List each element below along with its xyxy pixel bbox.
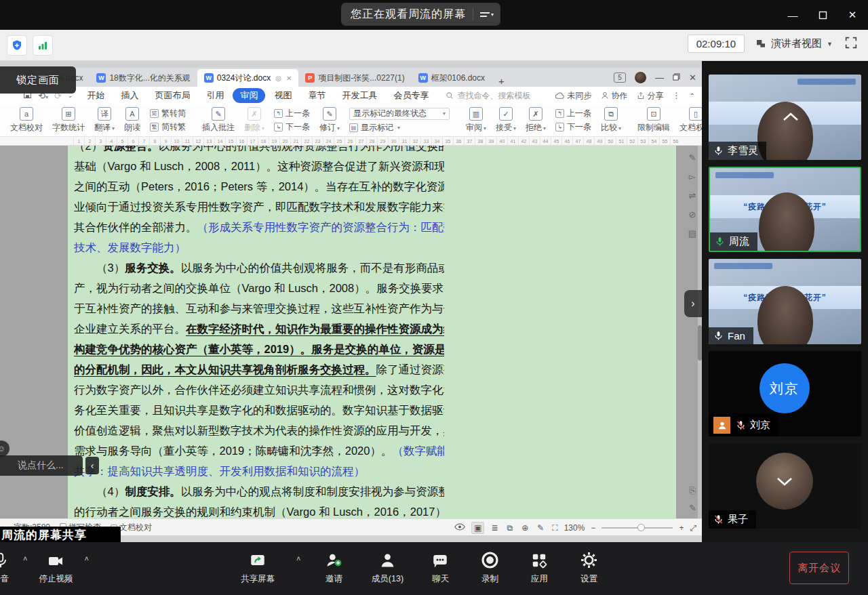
select-cursor-icon[interactable]: ▻ bbox=[689, 171, 696, 182]
wps-menu-2[interactable]: 页面布局 bbox=[147, 88, 197, 103]
wps-menu-7[interactable]: 开发工具 bbox=[334, 88, 384, 103]
ribbon-繁转简[interactable]: 简繁转简 bbox=[150, 108, 186, 119]
command-search[interactable]: 查找命令、搜索模板 bbox=[446, 90, 530, 102]
zoom-slider[interactable] bbox=[601, 527, 673, 529]
mic-options-chevron[interactable]: ˄ bbox=[23, 554, 27, 562]
ribbon-显示标记的最终状态[interactable]: 显示标记的最终状态▾ bbox=[349, 108, 450, 120]
wps-close-button[interactable]: ✕ bbox=[689, 73, 696, 83]
document-tab[interactable]: W框架0106.docx bbox=[412, 69, 492, 87]
ribbon-朗读[interactable]: A朗读 bbox=[119, 107, 145, 134]
wps-minimize-button[interactable]: — bbox=[655, 73, 664, 83]
tab-list-button[interactable]: 5 bbox=[614, 73, 626, 83]
ribbon-比较[interactable]: ⧉比较▾ bbox=[596, 107, 626, 134]
ink-icon[interactable]: ✎ bbox=[535, 522, 546, 533]
fit-page-icon[interactable]: ⛶ bbox=[552, 523, 557, 533]
ribbon-上一条[interactable]: ↰上一条 bbox=[274, 108, 310, 119]
wps-menu-3[interactable]: 引用 bbox=[199, 88, 231, 103]
pin-tab-icon[interactable]: ◎ bbox=[275, 75, 281, 82]
zoom-out-button[interactable]: − bbox=[591, 523, 595, 533]
wps-menu-1[interactable]: 插入 bbox=[113, 88, 146, 103]
wps-menu-8[interactable]: 会员专享 bbox=[386, 88, 436, 103]
collapse-videos-icon[interactable] bbox=[782, 112, 800, 125]
chat-input[interactable]: ☺ 说点什么... bbox=[0, 455, 83, 476]
collapse-ribbon-icon[interactable]: ⌃ bbox=[690, 92, 695, 100]
zoom-slider-thumb[interactable] bbox=[637, 524, 645, 531]
screen-watch-banner[interactable]: 您正在观看周流的屏幕 ▾ bbox=[341, 3, 500, 26]
share-screen-button[interactable]: 共享屏幕 bbox=[233, 550, 282, 585]
help-icon[interactable]: ⊘ bbox=[688, 209, 696, 220]
apps-button[interactable]: 应用 bbox=[521, 550, 557, 585]
zoom-in-button[interactable]: + bbox=[679, 523, 684, 533]
zoom-level[interactable]: 130% bbox=[564, 523, 585, 533]
wps-menu-0[interactable]: 开始 bbox=[79, 88, 112, 103]
chat-button[interactable]: 聊天 bbox=[422, 550, 458, 585]
leave-meeting-button[interactable]: 离开会议 bbox=[789, 552, 849, 584]
ribbon-简转繁[interactable]: 繁简转繁 bbox=[150, 121, 186, 133]
adjust-icon[interactable]: ⇌ bbox=[688, 190, 696, 201]
expand-panel-handle[interactable]: › bbox=[684, 290, 702, 317]
ribbon-下一条[interactable]: ↳下一条 bbox=[555, 121, 591, 133]
wps-fullscreen-icon[interactable]: ⤢ bbox=[690, 523, 696, 533]
collaborate-button[interactable]: 协作 bbox=[601, 90, 628, 102]
document-tab[interactable]: W0324讨论.docx◎✕ bbox=[197, 69, 299, 87]
ribbon-文档权限[interactable]: ▯文档权限 bbox=[675, 107, 702, 134]
outline-view-icon[interactable]: ≣ bbox=[489, 522, 500, 533]
network-stats-button[interactable] bbox=[33, 35, 53, 56]
ribbon-限制编辑[interactable]: ⊡限制编辑 bbox=[633, 107, 675, 134]
mute-button[interactable]: 静音 bbox=[0, 550, 22, 585]
ribbon-插入批注[interactable]: ✎插入批注 bbox=[197, 107, 239, 134]
participant-tile[interactable]: “疫路同行 静待花开” Fan bbox=[709, 259, 861, 344]
invite-button[interactable]: 邀请 bbox=[315, 550, 353, 585]
security-button[interactable] bbox=[7, 35, 27, 56]
participant-tile[interactable]: 李雪灵 bbox=[709, 75, 861, 160]
pen-icon[interactable]: ✎ bbox=[689, 503, 696, 513]
ribbon-修订[interactable]: ✎修订▾ bbox=[315, 107, 344, 134]
web-view-icon[interactable]: ⊕ bbox=[519, 522, 530, 533]
close-tab-icon[interactable]: ✕ bbox=[286, 75, 292, 82]
page-view-icon[interactable]: ▣ bbox=[471, 522, 484, 534]
account-avatar[interactable] bbox=[635, 72, 646, 83]
record-button[interactable]: 录制 bbox=[471, 550, 508, 585]
page-icon[interactable]: ⎘ bbox=[689, 485, 696, 496]
ribbon-上一条[interactable]: ↰上一条 bbox=[555, 108, 591, 119]
wps-restore-button[interactable] bbox=[673, 73, 680, 83]
ribbon-拒绝[interactable]: ✗拒绝▾ bbox=[521, 107, 551, 134]
banner-menu-icon[interactable]: ▾ bbox=[480, 12, 494, 18]
share-doc-button[interactable]: 分享 bbox=[637, 90, 664, 102]
edit-pen-icon[interactable]: ✎ bbox=[688, 152, 696, 163]
eye-protect-icon[interactable] bbox=[454, 523, 465, 533]
maximize-button[interactable] bbox=[812, 5, 833, 25]
document-canvas[interactable]: （2）资源整合。以服务为中心的价值共创观将资源整合行为作为价值交换的基础（Var… bbox=[0, 146, 702, 518]
wps-menu-5[interactable]: 视图 bbox=[267, 88, 299, 103]
minimize-button[interactable]: — bbox=[783, 5, 803, 25]
video-options-chevron[interactable]: ˄ bbox=[84, 554, 88, 562]
book-view-icon[interactable]: ⧉ bbox=[505, 522, 515, 533]
ribbon-删除[interactable]: ✗删除▾ bbox=[239, 107, 269, 134]
ribbon-字数统计[interactable]: ⊞字数统计 bbox=[47, 107, 90, 134]
lock-screen-overlay[interactable]: 锁定画面 bbox=[0, 66, 76, 94]
fullscreen-button[interactable] bbox=[844, 35, 859, 53]
stop-video-button[interactable]: 停止视频 bbox=[28, 550, 83, 585]
scroll-more-icon[interactable] bbox=[775, 476, 794, 489]
ribbon-审阅[interactable]: ▥审阅▾ bbox=[461, 107, 491, 134]
notes-icon[interactable]: ▤ bbox=[688, 228, 696, 239]
participant-tile[interactable]: 刘京 刘京 bbox=[709, 351, 861, 436]
wps-menu-6[interactable]: 章节 bbox=[300, 88, 333, 103]
collapse-chat-icon[interactable]: ‹ bbox=[85, 457, 99, 474]
view-mode-select[interactable]: 演讲者视图 ▼ bbox=[755, 37, 833, 50]
ribbon-翻译[interactable]: 译翻译▾ bbox=[90, 107, 119, 134]
ribbon-接受[interactable]: ✓接受▾ bbox=[491, 107, 521, 134]
participant-tile-active-speaker[interactable]: “疫路同行 静待花开” 周流 bbox=[709, 167, 861, 252]
new-tab-button[interactable]: + bbox=[492, 75, 511, 87]
more-options-icon[interactable]: ⋮ bbox=[673, 91, 681, 100]
share-options-chevron[interactable]: ˄ bbox=[296, 554, 300, 562]
ribbon-显示标记[interactable]: ▤显示标记▾ bbox=[349, 122, 450, 134]
ribbon-文档校对[interactable]: a文档校对 bbox=[5, 107, 47, 134]
document-page[interactable]: （2）资源整合。以服务为中心的价值共创观将资源整合行为作为价值交换的基础（Var… bbox=[68, 146, 676, 518]
close-button[interactable]: ✕ bbox=[842, 5, 863, 25]
document-tab[interactable]: W18数字化...化的关系观 bbox=[90, 69, 197, 87]
sync-status[interactable]: 未同步 bbox=[555, 90, 592, 102]
settings-button[interactable]: 设置 bbox=[570, 550, 607, 585]
wps-menu-4[interactable]: 审阅 bbox=[233, 88, 265, 103]
document-tab[interactable]: P项目制图-张笑...0227(1) bbox=[298, 69, 411, 87]
